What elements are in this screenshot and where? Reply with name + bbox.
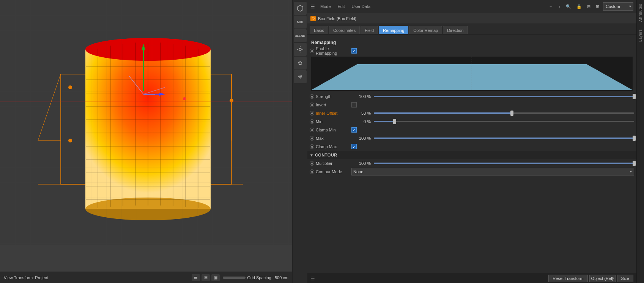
- max-slider[interactable]: [374, 136, 634, 141]
- menu-edit[interactable]: Edit: [336, 3, 346, 9]
- right-panel: ☰ Mode Edit User Data ← ↑ 🔍 🔒 ⊟ ⊞ Custom…: [307, 0, 636, 283]
- tool-icon-blend[interactable]: BLEND: [294, 29, 307, 42]
- param-row-strength: Strength 100 %: [307, 92, 636, 101]
- menu-user-data[interactable]: User Data: [350, 3, 372, 9]
- grid-spacing-label: Grid Spacing : 500 cm: [247, 275, 288, 280]
- tab-remapping[interactable]: Remapping: [379, 26, 408, 34]
- multiplier-value: 100 %: [351, 161, 372, 166]
- tab-basic[interactable]: Basic: [310, 26, 328, 34]
- inner-offset-slider[interactable]: [374, 111, 634, 116]
- min-label: Min: [316, 119, 350, 124]
- tool-icon-flower2[interactable]: ❋: [294, 70, 307, 83]
- tool-icon-mix[interactable]: MIX: [294, 16, 307, 28]
- param-row-inner-offset: Inner Offset 53 %: [307, 109, 636, 117]
- remapping-section-title: Remapping: [307, 38, 636, 47]
- clamp-max-dot[interactable]: [310, 144, 314, 149]
- view-transform-label: View Transform: Project: [4, 275, 48, 280]
- middle-toolbar: MIX BLEND ✿ ❋: [292, 0, 307, 283]
- panel-menu-icon[interactable]: ☰: [310, 4, 315, 9]
- svg-marker-44: [298, 5, 303, 11]
- clamp-min-dot[interactable]: [310, 128, 314, 132]
- custom-dropdown[interactable]: Custom: [603, 2, 633, 11]
- reset-transform-btn[interactable]: Reset Transform: [548, 275, 587, 282]
- object-rel-dropdown-wrapper[interactable]: Object (Rel) ▼: [589, 275, 616, 282]
- contour-mode-dot[interactable]: [310, 169, 314, 174]
- min-dot[interactable]: [310, 119, 314, 124]
- viewport-icon-list[interactable]: ☰: [192, 274, 200, 281]
- svg-point-8: [68, 139, 72, 142]
- nav-back[interactable]: ←: [548, 3, 555, 9]
- invert-dot[interactable]: [310, 103, 314, 107]
- tab-direction[interactable]: Direction: [443, 26, 468, 34]
- tab-color-remap[interactable]: Color Remap: [409, 26, 442, 34]
- svg-line-1: [38, 74, 61, 141]
- strength-dot[interactable]: [310, 94, 314, 99]
- invert-checkbox[interactable]: [351, 102, 357, 108]
- enable-remapping-row: Enable Remapping ✓: [307, 47, 636, 55]
- right-panel-wrapper: ☰ Mode Edit User Data ← ↑ 🔍 🔒 ⊟ ⊞ Custom…: [307, 0, 644, 283]
- menu-mode[interactable]: Mode: [319, 3, 332, 9]
- inner-offset-value: 53 %: [351, 111, 372, 115]
- param-row-clamp-max: Clamp Max ✓: [307, 142, 636, 151]
- param-row-invert: Invert: [307, 101, 636, 109]
- multiplier-slider[interactable]: [374, 161, 634, 166]
- viewport-slider[interactable]: [223, 277, 246, 279]
- svg-point-38: [183, 97, 186, 100]
- nav-search[interactable]: 🔍: [564, 3, 573, 10]
- nav-link[interactable]: ⊟: [586, 3, 592, 10]
- viewport-icons[interactable]: ☰ ⊞ ▣ Grid Spacing : 500 cm: [192, 274, 288, 281]
- bottom-bar: ☰ Reset Transform Object (Rel) ▼ Size: [307, 274, 636, 283]
- invert-label: Invert: [316, 103, 350, 107]
- contour-mode-wrapper[interactable]: None Linear Sawtooth Sine ▼: [351, 168, 634, 175]
- viewport-icon-quad[interactable]: ▣: [211, 274, 220, 281]
- tabs-bar: Basic Coordinates Field Remapping Color …: [307, 24, 636, 35]
- strength-value: 100 %: [351, 94, 372, 99]
- object-title-bar: ⬡ Box Field [Box Field]: [307, 13, 636, 24]
- enable-remap-label: Enable Remapping: [316, 46, 350, 55]
- strength-slider[interactable]: [374, 94, 634, 99]
- contour-header[interactable]: ▼ CONTOUR: [307, 151, 636, 159]
- viewport-icon-grid[interactable]: ⊞: [202, 274, 210, 281]
- tool-icon-settings[interactable]: [294, 43, 307, 56]
- size-btn[interactable]: Size: [617, 275, 633, 282]
- panel-header-right: ← ↑ 🔍 🔒 ⊟ ⊞ Custom ▼: [548, 2, 634, 11]
- nav-up[interactable]: ↑: [557, 3, 562, 9]
- param-row-max: Max 100 %: [307, 134, 636, 142]
- contour-title: CONTOUR: [315, 153, 337, 157]
- attributes-tab[interactable]: Attributes: [637, 0, 644, 25]
- max-value: 100 %: [351, 136, 372, 141]
- clamp-min-label: Clamp Min: [316, 128, 350, 132]
- tab-coordinates[interactable]: Coordinates: [329, 26, 360, 34]
- enable-remap-checkbox[interactable]: ✓: [351, 48, 357, 54]
- contour-mode-dropdown[interactable]: None Linear Sawtooth Sine: [351, 168, 634, 175]
- layers-tab[interactable]: Layers: [637, 25, 644, 46]
- svg-point-45: [299, 48, 301, 51]
- side-tabs: Attributes Layers: [636, 0, 644, 283]
- bottom-bar-menu-icon[interactable]: ☰: [310, 276, 315, 281]
- panel-header-left: ☰ Mode Edit User Data: [310, 3, 372, 9]
- contour-mode-label: Contour Mode: [316, 169, 350, 174]
- tool-icon-flower1[interactable]: ✿: [294, 57, 307, 70]
- viewport-canvas[interactable]: [0, 0, 292, 245]
- nav-lock[interactable]: 🔒: [575, 3, 583, 10]
- clamp-min-checkbox[interactable]: ✓: [351, 127, 357, 133]
- inner-offset-dot[interactable]: [310, 111, 314, 115]
- tab-field[interactable]: Field: [361, 26, 378, 34]
- nav-expand[interactable]: ⊞: [594, 3, 601, 10]
- viewport-area: View Transform: Project ☰ ⊞ ▣ Grid Spaci…: [0, 0, 292, 283]
- max-dot[interactable]: [310, 136, 314, 141]
- clamp-max-checkbox[interactable]: ✓: [351, 144, 357, 149]
- remap-graph[interactable]: [311, 57, 633, 91]
- tool-icon-hex[interactable]: [294, 2, 307, 15]
- enable-remap-dot[interactable]: [310, 49, 314, 53]
- multiplier-dot[interactable]: [310, 161, 314, 166]
- viewport-status-bar: View Transform: Project ☰ ⊞ ▣ Grid Spaci…: [0, 272, 292, 283]
- strength-label: Strength: [316, 94, 350, 99]
- contour-arrow-icon: ▼: [310, 153, 313, 157]
- min-slider[interactable]: [374, 119, 634, 124]
- object-rel-dropdown[interactable]: Object (Rel): [589, 275, 616, 282]
- object-type-icon: ⬡: [310, 16, 316, 21]
- custom-dropdown-wrapper[interactable]: Custom ▼: [603, 2, 633, 11]
- param-row-multiplier: Multiplier 100 %: [307, 159, 636, 168]
- multiplier-label: Multiplier: [316, 161, 350, 166]
